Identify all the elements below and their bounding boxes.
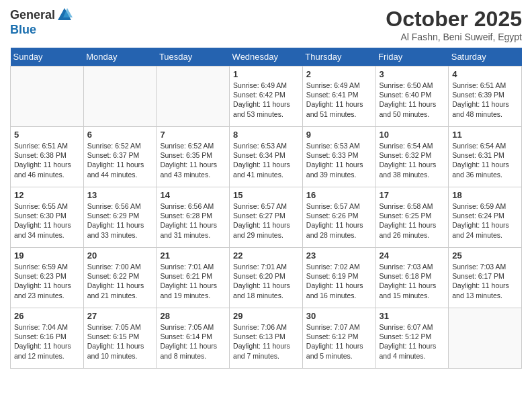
calendar-cell: 2Sunrise: 6:49 AMSunset: 6:41 PMDaylight…: [302, 66, 375, 127]
calendar-cell: 15Sunrise: 6:57 AMSunset: 6:27 PMDayligh…: [230, 187, 303, 248]
day-info: Sunset: 6:41 PM: [306, 90, 372, 99]
day-info: and 44 minutes.: [87, 170, 153, 179]
day-info: Sunset: 6:17 PM: [452, 271, 518, 281]
day-info: Sunrise: 6:52 AM: [160, 141, 226, 150]
day-info: Sunrise: 6:54 AM: [380, 141, 445, 150]
day-info: Daylight: 11 hours: [452, 281, 518, 290]
calendar-cell: 26Sunrise: 7:04 AMSunset: 6:16 PMDayligh…: [11, 308, 84, 369]
day-info: and 34 minutes.: [14, 230, 80, 240]
day-info: Sunrise: 6:51 AM: [452, 81, 518, 90]
calendar-cell: 31Sunrise: 6:07 AMSunset: 5:12 PMDayligh…: [375, 308, 449, 369]
day-info: Daylight: 11 hours: [380, 281, 445, 290]
day-info: and 28 minutes.: [306, 230, 372, 240]
day-info: Daylight: 11 hours: [160, 281, 226, 290]
day-number: 3: [380, 69, 445, 79]
day-info: Daylight: 11 hours: [306, 220, 372, 230]
day-info: and 51 minutes.: [306, 109, 372, 119]
day-info: Sunrise: 6:52 AM: [87, 141, 153, 150]
day-info: Daylight: 11 hours: [160, 160, 226, 169]
day-info: Daylight: 11 hours: [233, 220, 299, 230]
calendar-cell: 14Sunrise: 6:56 AMSunset: 6:28 PMDayligh…: [157, 187, 230, 248]
day-number: 9: [306, 130, 372, 140]
day-info: Daylight: 11 hours: [87, 220, 153, 230]
day-info: Sunset: 6:25 PM: [380, 211, 445, 220]
week-row: 1Sunrise: 6:49 AMSunset: 6:42 PMDaylight…: [11, 66, 522, 127]
week-row: 26Sunrise: 7:04 AMSunset: 6:16 PMDayligh…: [11, 308, 522, 369]
day-info: Sunset: 6:28 PM: [160, 211, 226, 220]
day-info: and 36 minutes.: [452, 170, 518, 179]
day-info: and 38 minutes.: [380, 170, 445, 179]
day-info: and 21 minutes.: [87, 291, 153, 300]
day-info: Sunrise: 7:02 AM: [306, 262, 372, 271]
day-info: Daylight: 11 hours: [306, 99, 372, 109]
day-info: and 5 minutes.: [306, 351, 372, 361]
day-info: and 31 minutes.: [160, 230, 226, 240]
day-number: 17: [380, 190, 445, 200]
day-info: and 13 minutes.: [452, 291, 518, 300]
day-info: Daylight: 11 hours: [87, 160, 153, 169]
day-info: Sunrise: 7:01 AM: [233, 262, 299, 271]
day-number: 30: [306, 311, 372, 321]
day-info: and 53 minutes.: [233, 109, 299, 119]
day-info: Daylight: 11 hours: [380, 220, 445, 230]
day-info: Sunset: 6:13 PM: [233, 332, 299, 341]
calendar-cell: 3Sunrise: 6:50 AMSunset: 6:40 PMDaylight…: [375, 66, 449, 127]
calendar-cell: 10Sunrise: 6:54 AMSunset: 6:32 PMDayligh…: [375, 127, 449, 187]
day-info: and 24 minutes.: [452, 230, 518, 240]
day-info: Sunrise: 7:05 AM: [87, 322, 153, 332]
logo-general: General: [10, 8, 55, 22]
calendar-cell: 20Sunrise: 7:00 AMSunset: 6:22 PMDayligh…: [83, 248, 157, 308]
day-number: 29: [233, 311, 299, 321]
day-info: Daylight: 11 hours: [233, 341, 299, 351]
day-info: Sunset: 6:39 PM: [452, 90, 518, 99]
day-info: Sunrise: 7:00 AM: [87, 262, 153, 271]
calendar-cell: 21Sunrise: 7:01 AMSunset: 6:21 PMDayligh…: [157, 248, 230, 308]
calendar-cell: 30Sunrise: 7:07 AMSunset: 6:12 PMDayligh…: [302, 308, 375, 369]
calendar-cell: [157, 66, 230, 127]
calendar-cell: 6Sunrise: 6:52 AMSunset: 6:37 PMDaylight…: [83, 127, 157, 187]
day-info: Sunset: 6:22 PM: [87, 271, 153, 281]
calendar-cell: 16Sunrise: 6:57 AMSunset: 6:26 PMDayligh…: [302, 187, 375, 248]
day-info: Sunrise: 6:54 AM: [452, 141, 518, 150]
day-info: and 18 minutes.: [233, 291, 299, 300]
day-info: Sunrise: 7:05 AM: [160, 322, 226, 332]
day-info: Sunrise: 6:57 AM: [233, 201, 299, 211]
page-header: General Blue October 2025 Al Fashn, Beni…: [10, 7, 522, 42]
day-info: Daylight: 11 hours: [14, 160, 80, 169]
day-info: Sunset: 6:20 PM: [233, 271, 299, 281]
day-info: Sunset: 6:29 PM: [87, 211, 153, 220]
day-info: Daylight: 11 hours: [233, 281, 299, 290]
day-info: and 15 minutes.: [380, 291, 445, 300]
day-info: Daylight: 11 hours: [306, 341, 372, 351]
calendar-cell: 11Sunrise: 6:54 AMSunset: 6:31 PMDayligh…: [449, 127, 522, 187]
day-info: Sunset: 6:35 PM: [160, 150, 226, 160]
calendar-cell: 7Sunrise: 6:52 AMSunset: 6:35 PMDaylight…: [157, 127, 230, 187]
day-number: 6: [87, 130, 153, 140]
day-info: Sunrise: 6:49 AM: [233, 81, 299, 90]
location: Al Fashn, Beni Suweif, Egypt: [386, 32, 522, 42]
calendar-cell: 22Sunrise: 7:01 AMSunset: 6:20 PMDayligh…: [230, 248, 303, 308]
calendar-cell: 27Sunrise: 7:05 AMSunset: 6:15 PMDayligh…: [83, 308, 157, 369]
day-info: Daylight: 11 hours: [452, 99, 518, 109]
day-info: and 29 minutes.: [233, 230, 299, 240]
calendar-cell: 13Sunrise: 6:56 AMSunset: 6:29 PMDayligh…: [83, 187, 157, 248]
calendar-cell: 23Sunrise: 7:02 AMSunset: 6:19 PMDayligh…: [302, 248, 375, 308]
day-info: and 39 minutes.: [306, 170, 372, 179]
day-info: Sunrise: 6:58 AM: [380, 201, 445, 211]
day-info: and 46 minutes.: [14, 170, 80, 179]
day-info: Sunset: 6:40 PM: [380, 90, 445, 99]
day-info: Sunset: 6:34 PM: [233, 150, 299, 160]
day-info: Sunset: 6:31 PM: [452, 150, 518, 160]
logo: General Blue: [10, 7, 73, 37]
day-number: 13: [87, 190, 153, 200]
day-number: 5: [14, 130, 80, 140]
calendar-cell: 8Sunrise: 6:53 AMSunset: 6:34 PMDaylight…: [230, 127, 303, 187]
day-info: and 12 minutes.: [14, 351, 80, 361]
calendar-cell: [449, 308, 522, 369]
day-info: Sunset: 6:16 PM: [14, 332, 80, 341]
day-info: Sunrise: 6:50 AM: [380, 81, 445, 90]
day-info: Sunset: 6:32 PM: [380, 150, 445, 160]
calendar-cell: 17Sunrise: 6:58 AMSunset: 6:25 PMDayligh…: [375, 187, 449, 248]
day-info: Sunrise: 7:03 AM: [380, 262, 445, 271]
day-info: Sunrise: 7:04 AM: [14, 322, 80, 332]
